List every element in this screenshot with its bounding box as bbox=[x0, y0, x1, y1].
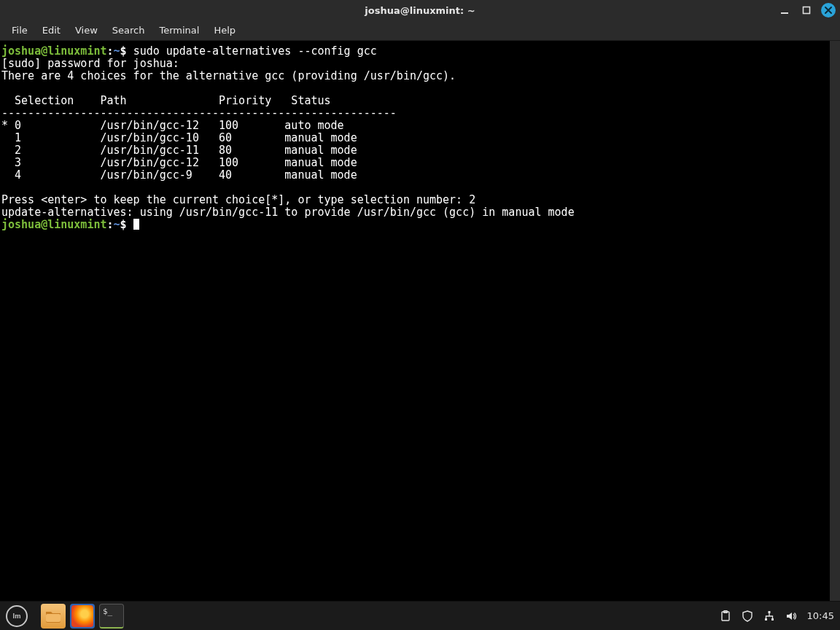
clipboard-icon[interactable] bbox=[719, 610, 732, 623]
start-menu-button[interactable]: lm bbox=[6, 605, 28, 627]
files-app-icon[interactable] bbox=[41, 604, 66, 629]
terminal-scrollbar[interactable] bbox=[830, 41, 840, 601]
output-result: update-alternatives: using /usr/bin/gcc-… bbox=[1, 206, 575, 219]
prompt-colon: : bbox=[107, 44, 114, 58]
output-sep: ----------------------------------------… bbox=[1, 106, 397, 120]
output-choices: There are 4 choices for the alternative … bbox=[1, 69, 456, 82]
output-sudo: [sudo] password for joshua: bbox=[1, 57, 186, 70]
firefox-app-icon[interactable] bbox=[70, 604, 95, 629]
prompt-path-2: ~ bbox=[114, 218, 120, 231]
output-row-2: 2 /usr/bin/gcc-11 80 manual mode bbox=[1, 144, 357, 157]
svg-rect-3 bbox=[46, 614, 61, 622]
menu-search[interactable]: Search bbox=[105, 22, 152, 39]
taskbar-left: lm bbox=[6, 604, 124, 629]
close-button[interactable] bbox=[821, 3, 836, 18]
terminal-output[interactable]: joshua@linuxmint:~$ sudo update-alternat… bbox=[0, 41, 830, 601]
shield-icon[interactable] bbox=[741, 610, 754, 623]
window-title: joshua@linuxmint: ~ bbox=[365, 5, 475, 16]
command-text: sudo update-alternatives --config gcc bbox=[133, 44, 377, 58]
menu-help[interactable]: Help bbox=[206, 22, 243, 39]
taskbar-right: 10:45 bbox=[719, 610, 834, 623]
terminal-surface[interactable]: joshua@linuxmint:~$ sudo update-alternat… bbox=[0, 41, 840, 601]
output-header: Selection Path Priority Status bbox=[1, 94, 331, 107]
svg-rect-6 bbox=[769, 611, 771, 613]
menu-terminal[interactable]: Terminal bbox=[152, 22, 206, 39]
prompt-dollar: $ bbox=[120, 44, 127, 58]
taskbar: lm 10:45 bbox=[0, 601, 840, 630]
output-row-4: 4 /usr/bin/gcc-9 40 manual mode bbox=[1, 168, 357, 182]
prompt-user-host: joshua@linuxmint bbox=[1, 44, 107, 58]
output-row-3: 3 /usr/bin/gcc-12 100 manual mode bbox=[1, 156, 357, 169]
network-icon[interactable] bbox=[763, 610, 776, 623]
volume-icon[interactable] bbox=[785, 610, 798, 623]
menu-edit[interactable]: Edit bbox=[35, 22, 68, 39]
svg-rect-8 bbox=[771, 618, 774, 621]
window-controls bbox=[777, 0, 836, 20]
prompt-path: ~ bbox=[114, 44, 120, 58]
minimize-button[interactable] bbox=[777, 3, 792, 18]
svg-text:lm: lm bbox=[13, 612, 21, 620]
svg-rect-1 bbox=[804, 7, 810, 14]
maximize-button[interactable] bbox=[799, 3, 814, 18]
prompt-user-host-2: joshua@linuxmint bbox=[1, 218, 107, 231]
text-cursor bbox=[133, 219, 139, 230]
svg-rect-7 bbox=[765, 618, 767, 621]
taskbar-clock[interactable]: 10:45 bbox=[806, 610, 834, 621]
title-bar: joshua@linuxmint: ~ bbox=[0, 0, 840, 20]
menu-bar: File Edit View Search Terminal Help bbox=[0, 20, 840, 41]
svg-rect-0 bbox=[781, 12, 788, 14]
menu-file[interactable]: File bbox=[4, 22, 35, 39]
prompt-dollar-2: $ bbox=[120, 218, 127, 231]
terminal-app-icon[interactable] bbox=[99, 604, 124, 629]
output-press: Press <enter> to keep the current choice… bbox=[1, 193, 475, 206]
output-row-1: 1 /usr/bin/gcc-10 60 manual mode bbox=[1, 131, 357, 144]
output-row-0: * 0 /usr/bin/gcc-12 100 auto mode bbox=[1, 119, 344, 132]
menu-view[interactable]: View bbox=[68, 22, 105, 39]
